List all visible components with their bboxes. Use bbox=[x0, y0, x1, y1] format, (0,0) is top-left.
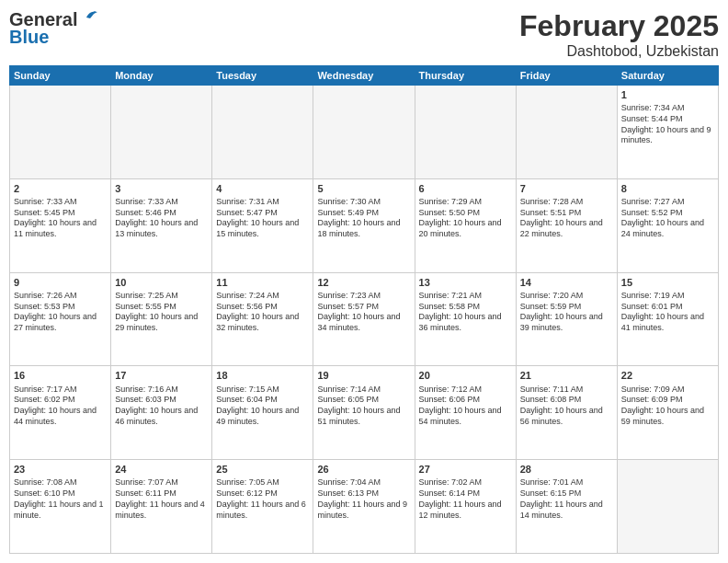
day-number: 19 bbox=[317, 369, 410, 382]
calendar-table: Sunday Monday Tuesday Wednesday Thursday… bbox=[9, 65, 719, 554]
calendar-day-cell: 16Sunrise: 7:17 AMSunset: 6:02 PMDayligh… bbox=[10, 366, 111, 460]
calendar-day-cell: 8Sunrise: 7:27 AMSunset: 5:52 PMDaylight… bbox=[617, 178, 718, 272]
day-number: 11 bbox=[216, 276, 309, 289]
day-info: Sunrise: 7:04 AMSunset: 6:13 PMDaylight:… bbox=[317, 477, 407, 519]
calendar-day-cell: 7Sunrise: 7:28 AMSunset: 5:51 PMDaylight… bbox=[516, 178, 617, 272]
day-number: 6 bbox=[419, 182, 512, 195]
col-monday: Monday bbox=[111, 66, 212, 86]
location: Dashtobod, Uzbekistan bbox=[519, 43, 719, 60]
calendar-day-cell: 10Sunrise: 7:25 AMSunset: 5:55 PMDayligh… bbox=[111, 272, 212, 366]
calendar-day-cell: 27Sunrise: 7:02 AMSunset: 6:14 PMDayligh… bbox=[415, 460, 516, 554]
day-number: 13 bbox=[419, 276, 512, 289]
calendar-day-cell: 17Sunrise: 7:16 AMSunset: 6:03 PMDayligh… bbox=[111, 366, 212, 460]
calendar-week-row: 1Sunrise: 7:34 AMSunset: 5:44 PMDaylight… bbox=[10, 86, 719, 179]
calendar-day-cell bbox=[212, 86, 313, 179]
day-info: Sunrise: 7:26 AMSunset: 5:53 PMDaylight:… bbox=[14, 291, 97, 332]
day-number: 21 bbox=[520, 369, 613, 382]
day-number: 28 bbox=[520, 463, 613, 476]
day-number: 18 bbox=[216, 369, 309, 382]
calendar-day-cell: 24Sunrise: 7:07 AMSunset: 6:11 PMDayligh… bbox=[111, 460, 212, 554]
page: General Blue February 2025 Dashtobod, Uz… bbox=[0, 0, 728, 563]
calendar-day-cell: 19Sunrise: 7:14 AMSunset: 6:05 PMDayligh… bbox=[313, 366, 415, 460]
calendar-day-cell: 1Sunrise: 7:34 AMSunset: 5:44 PMDaylight… bbox=[617, 86, 718, 179]
day-info: Sunrise: 7:17 AMSunset: 6:02 PMDaylight:… bbox=[14, 385, 97, 426]
day-info: Sunrise: 7:21 AMSunset: 5:58 PMDaylight:… bbox=[419, 291, 502, 332]
day-number: 8 bbox=[621, 182, 714, 195]
day-info: Sunrise: 7:31 AMSunset: 5:47 PMDaylight:… bbox=[216, 197, 299, 238]
calendar-day-cell: 25Sunrise: 7:05 AMSunset: 6:12 PMDayligh… bbox=[212, 460, 313, 554]
day-info: Sunrise: 7:34 AMSunset: 5:44 PMDaylight:… bbox=[621, 103, 711, 144]
day-number: 3 bbox=[115, 182, 208, 195]
day-number: 24 bbox=[115, 463, 208, 476]
day-number: 2 bbox=[14, 182, 107, 195]
day-info: Sunrise: 7:16 AMSunset: 6:03 PMDaylight:… bbox=[115, 385, 198, 426]
calendar-week-row: 9Sunrise: 7:26 AMSunset: 5:53 PMDaylight… bbox=[10, 272, 719, 366]
day-info: Sunrise: 7:01 AMSunset: 6:15 PMDaylight:… bbox=[520, 477, 603, 519]
day-number: 27 bbox=[419, 463, 512, 476]
day-info: Sunrise: 7:30 AMSunset: 5:49 PMDaylight:… bbox=[317, 197, 400, 238]
day-info: Sunrise: 7:33 AMSunset: 5:46 PMDaylight:… bbox=[115, 197, 198, 238]
day-info: Sunrise: 7:07 AMSunset: 6:11 PMDaylight:… bbox=[115, 477, 205, 519]
col-wednesday: Wednesday bbox=[313, 66, 415, 86]
calendar-week-row: 2Sunrise: 7:33 AMSunset: 5:45 PMDaylight… bbox=[10, 178, 719, 272]
calendar-week-row: 23Sunrise: 7:08 AMSunset: 6:10 PMDayligh… bbox=[10, 460, 719, 554]
calendar-day-cell: 22Sunrise: 7:09 AMSunset: 6:09 PMDayligh… bbox=[617, 366, 718, 460]
day-info: Sunrise: 7:09 AMSunset: 6:09 PMDaylight:… bbox=[621, 385, 704, 426]
calendar-day-cell: 14Sunrise: 7:20 AMSunset: 5:59 PMDayligh… bbox=[516, 272, 617, 366]
calendar-day-cell bbox=[617, 460, 718, 554]
day-info: Sunrise: 7:02 AMSunset: 6:14 PMDaylight:… bbox=[419, 477, 502, 519]
calendar-day-cell: 26Sunrise: 7:04 AMSunset: 6:13 PMDayligh… bbox=[313, 460, 415, 554]
col-sunday: Sunday bbox=[10, 66, 111, 86]
calendar-week-row: 16Sunrise: 7:17 AMSunset: 6:02 PMDayligh… bbox=[10, 366, 719, 460]
day-number: 1 bbox=[621, 88, 714, 101]
day-info: Sunrise: 7:11 AMSunset: 6:08 PMDaylight:… bbox=[520, 385, 603, 426]
day-number: 25 bbox=[216, 463, 309, 476]
header: General Blue February 2025 Dashtobod, Uz… bbox=[9, 9, 719, 60]
day-number: 20 bbox=[419, 369, 512, 382]
day-number: 9 bbox=[14, 276, 107, 289]
day-number: 7 bbox=[520, 182, 613, 195]
calendar-day-cell: 6Sunrise: 7:29 AMSunset: 5:50 PMDaylight… bbox=[415, 178, 516, 272]
day-info: Sunrise: 7:14 AMSunset: 6:05 PMDaylight:… bbox=[317, 385, 400, 426]
day-info: Sunrise: 7:15 AMSunset: 6:04 PMDaylight:… bbox=[216, 385, 299, 426]
day-number: 12 bbox=[317, 276, 410, 289]
calendar-day-cell: 21Sunrise: 7:11 AMSunset: 6:08 PMDayligh… bbox=[516, 366, 617, 460]
calendar-day-cell: 5Sunrise: 7:30 AMSunset: 5:49 PMDaylight… bbox=[313, 178, 415, 272]
day-number: 5 bbox=[317, 182, 410, 195]
day-info: Sunrise: 7:23 AMSunset: 5:57 PMDaylight:… bbox=[317, 291, 400, 332]
calendar-day-cell: 9Sunrise: 7:26 AMSunset: 5:53 PMDaylight… bbox=[10, 272, 111, 366]
day-number: 16 bbox=[14, 369, 107, 382]
calendar-day-cell bbox=[10, 86, 111, 179]
col-thursday: Thursday bbox=[415, 66, 516, 86]
day-info: Sunrise: 7:27 AMSunset: 5:52 PMDaylight:… bbox=[621, 197, 704, 238]
calendar-day-cell: 11Sunrise: 7:24 AMSunset: 5:56 PMDayligh… bbox=[212, 272, 313, 366]
day-info: Sunrise: 7:08 AMSunset: 6:10 PMDaylight:… bbox=[14, 477, 104, 519]
day-info: Sunrise: 7:29 AMSunset: 5:50 PMDaylight:… bbox=[419, 197, 502, 238]
day-info: Sunrise: 7:24 AMSunset: 5:56 PMDaylight:… bbox=[216, 291, 299, 332]
calendar-day-cell: 13Sunrise: 7:21 AMSunset: 5:58 PMDayligh… bbox=[415, 272, 516, 366]
col-friday: Friday bbox=[516, 66, 617, 86]
day-info: Sunrise: 7:25 AMSunset: 5:55 PMDaylight:… bbox=[115, 291, 198, 332]
day-number: 15 bbox=[621, 276, 714, 289]
day-number: 22 bbox=[621, 369, 714, 382]
day-number: 14 bbox=[520, 276, 613, 289]
logo-bird-icon bbox=[79, 8, 99, 29]
day-info: Sunrise: 7:20 AMSunset: 5:59 PMDaylight:… bbox=[520, 291, 603, 332]
day-number: 17 bbox=[115, 369, 208, 382]
calendar-day-cell bbox=[313, 86, 415, 179]
day-number: 4 bbox=[216, 182, 309, 195]
calendar-day-cell bbox=[415, 86, 516, 179]
calendar-day-cell: 15Sunrise: 7:19 AMSunset: 6:01 PMDayligh… bbox=[617, 272, 718, 366]
calendar-day-cell: 3Sunrise: 7:33 AMSunset: 5:46 PMDaylight… bbox=[111, 178, 212, 272]
calendar-day-cell: 18Sunrise: 7:15 AMSunset: 6:04 PMDayligh… bbox=[212, 366, 313, 460]
logo: General Blue bbox=[9, 9, 99, 48]
calendar-day-cell: 12Sunrise: 7:23 AMSunset: 5:57 PMDayligh… bbox=[313, 272, 415, 366]
calendar-day-cell bbox=[516, 86, 617, 179]
calendar-header-row: Sunday Monday Tuesday Wednesday Thursday… bbox=[10, 66, 719, 86]
logo-blue-text: Blue bbox=[9, 27, 49, 48]
calendar-day-cell: 23Sunrise: 7:08 AMSunset: 6:10 PMDayligh… bbox=[10, 460, 111, 554]
day-number: 26 bbox=[317, 463, 410, 476]
title-area: February 2025 Dashtobod, Uzbekistan bbox=[519, 9, 719, 60]
calendar-day-cell: 20Sunrise: 7:12 AMSunset: 6:06 PMDayligh… bbox=[415, 366, 516, 460]
col-saturday: Saturday bbox=[617, 66, 718, 86]
